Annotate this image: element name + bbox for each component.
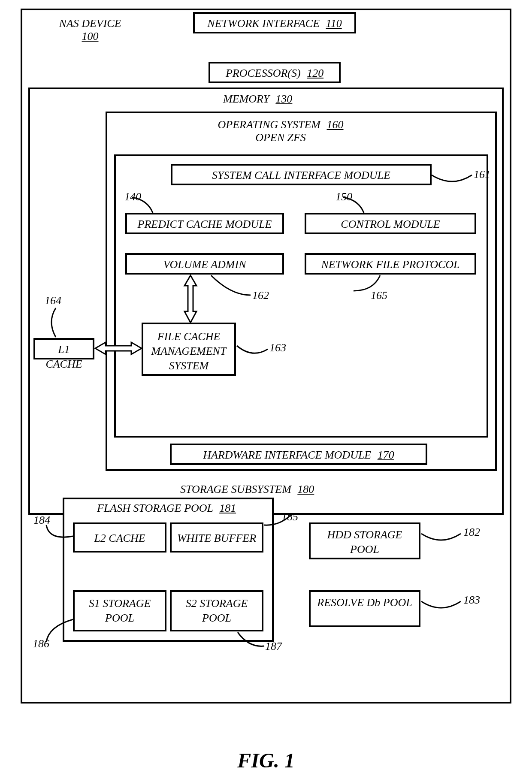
hdd-pool-box: HDD STORAGE POOL [309, 522, 420, 559]
file-cache-mgmt-text: FILE CACHE MANAGEMENT SYSTEM [151, 330, 227, 372]
processors-box: PROCESSOR(S) 120 [209, 62, 341, 83]
predict-cache-box: PREDICT CACHE MODULE [125, 213, 284, 234]
s1-pool-ref: 186 [33, 637, 49, 650]
hdd-pool-ref: 182 [463, 526, 480, 539]
white-buffer-ref: 185 [281, 510, 298, 523]
os-text: OPERATING SYSTEM [218, 118, 320, 131]
flash-pool-text: FLASH STORAGE POOL [97, 502, 213, 514]
volume-admin-text: VOLUME ADMIN [163, 258, 246, 271]
figure-label: FIG. 1 [237, 749, 294, 772]
l1-cache-box: L1 CACHE [33, 338, 94, 359]
volume-admin-ref: 162 [252, 289, 269, 302]
s2-pool-text: S2 STORAGE POOL [186, 597, 248, 624]
network-file-protocol-text: NETWORK FILE PROTOCOL [321, 258, 459, 271]
os-inner-box [114, 154, 488, 438]
syscall-box: SYSTEM CALL INTERFACE MODULE [171, 164, 432, 185]
l1-cache-text: L1 CACHE [45, 343, 82, 370]
double-arrow-vertical [182, 275, 199, 323]
processors-text: PROCESSOR(S) [226, 67, 301, 79]
double-arrow-horizontal [94, 340, 142, 357]
l2-cache-text: L2 CACHE [94, 532, 145, 544]
memory-ref: 130 [275, 93, 292, 105]
s2-pool-ref: 187 [265, 640, 282, 653]
storage-subsystem-ref: 180 [297, 483, 314, 495]
processors-ref: 120 [307, 67, 323, 79]
hardware-interface-ref: 170 [378, 449, 394, 461]
nas-device-label: NAS DEVICE 100 [51, 17, 129, 43]
resolve-db-ref: 183 [463, 594, 480, 607]
s1-pool-box: S1 STORAGE POOL [73, 590, 166, 631]
file-cache-mgmt-ref: 163 [269, 341, 286, 354]
predict-cache-ref: 140 [124, 190, 141, 203]
network-interface-text: NETWORK INTERFACE [207, 17, 320, 30]
s2-pool-box: S2 STORAGE POOL [170, 590, 263, 631]
os-label: OPERATING SYSTEM 160 OPEN ZFS [199, 118, 362, 144]
white-buffer-text: WHITE BUFFER [177, 532, 256, 544]
network-interface-ref: 110 [326, 17, 342, 30]
s1-pool-text: S1 STORAGE POOL [89, 597, 151, 624]
resolve-db-text: RESOLVE Db POOL [317, 596, 412, 609]
nas-device-ref: 100 [82, 30, 99, 42]
network-interface-box: NETWORK INTERFACE 110 [193, 12, 356, 33]
file-cache-mgmt-box: FILE CACHE MANAGEMENT SYSTEM [142, 323, 236, 376]
memory-text: MEMORY [223, 93, 269, 105]
storage-subsystem-text: STORAGE SUBSYSTEM [180, 483, 291, 495]
network-file-protocol-ref: 165 [371, 289, 387, 302]
predict-cache-text: PREDICT CACHE MODULE [138, 218, 272, 230]
storage-subsystem-label: STORAGE SUBSYSTEM 180 [180, 483, 314, 496]
memory-label: MEMORY 130 [223, 93, 292, 106]
os-subtitle: OPEN ZFS [255, 131, 306, 144]
control-module-text: CONTROL MODULE [341, 218, 440, 230]
white-buffer-box: WHITE BUFFER [170, 522, 263, 553]
control-module-box: CONTROL MODULE [305, 213, 476, 234]
hdd-pool-text: HDD STORAGE POOL [327, 528, 402, 556]
syscall-text: SYSTEM CALL INTERFACE MODULE [212, 169, 390, 181]
control-module-ref: 150 [336, 190, 352, 203]
nas-device-text: NAS DEVICE [59, 17, 121, 30]
volume-admin-box: VOLUME ADMIN [125, 253, 284, 275]
network-file-protocol-box: NETWORK FILE PROTOCOL [305, 253, 476, 275]
syscall-ref: 161 [474, 168, 490, 181]
hardware-interface-box: HARDWARE INTERFACE MODULE 170 [170, 444, 427, 465]
os-ref: 160 [327, 118, 344, 131]
flash-pool-label: FLASH STORAGE POOL 181 [97, 502, 236, 515]
flash-pool-ref: 181 [219, 502, 236, 514]
l2-cache-ref: 184 [33, 514, 50, 527]
resolve-db-box: RESOLVE Db POOL [309, 590, 420, 627]
l2-cache-box: L2 CACHE [73, 522, 166, 553]
l1-cache-ref: 164 [45, 294, 61, 307]
hardware-interface-text: HARDWARE INTERFACE MODULE [203, 449, 371, 461]
